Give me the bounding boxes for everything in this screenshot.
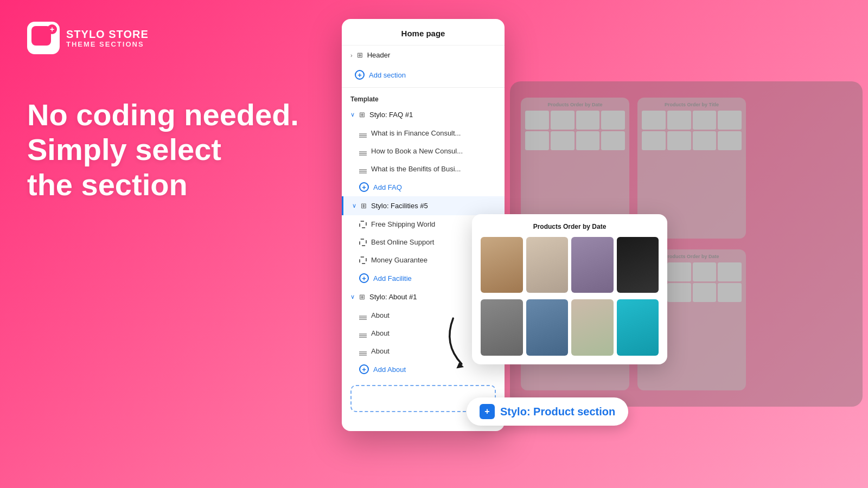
- header-item[interactable]: › ⊞ Header: [342, 46, 505, 65]
- product-thumb-6: [526, 299, 569, 355]
- about-item-1-label: About: [371, 311, 390, 319]
- add-facilitie-label: Add Facilitie: [373, 274, 412, 282]
- logo-text: STYLO STORE THEME SECTIONS: [66, 28, 149, 48]
- product-thumb-1: [481, 237, 523, 293]
- panel-title: Home page: [401, 29, 445, 38]
- product-thumb-2: [526, 237, 569, 293]
- logo-main-text: STYLO STORE: [66, 28, 149, 40]
- logo-area: + STYLO STORE THEME SECTIONS: [27, 22, 149, 54]
- faq-item-1[interactable]: What is in Finance Consult...: [342, 124, 505, 142]
- about-lines-icon-3: [359, 349, 367, 354]
- facilities-item-1-label: Free Shipping World: [371, 220, 435, 228]
- lines-icon-3: [359, 166, 367, 172]
- lines-icon-1: [359, 131, 367, 136]
- faq-item-2[interactable]: How to Book a New Consul...: [342, 142, 505, 160]
- add-faq-plus-icon: +: [359, 182, 369, 192]
- about-chevron-icon: ∨: [350, 293, 355, 300]
- facilities-item-2-label: Best Online Support: [371, 238, 434, 246]
- lines-icon-2: [359, 149, 367, 154]
- dashed-icon-3: [359, 256, 367, 264]
- headline-line1: No coding needed.: [27, 98, 299, 132]
- template-label: Template: [342, 90, 505, 105]
- faq-item-3[interactable]: What is the Benifits of Busi...: [342, 160, 505, 178]
- facilities-section-label: Stylo: Facilities #5: [371, 202, 428, 210]
- add-faq-label: Add FAQ: [373, 183, 402, 191]
- logo-sub-text: THEME SECTIONS: [66, 40, 149, 48]
- about-lines-icon-1: [359, 313, 367, 318]
- header-label: Header: [367, 51, 391, 59]
- about-lines-icon-2: [359, 331, 367, 336]
- faq-section-header[interactable]: ∨ ⊞ Stylo: FAQ #1: [342, 105, 505, 124]
- product-card-title: Products Order by Date: [481, 223, 659, 230]
- product-thumb-5: [481, 299, 523, 355]
- badge-plus-icon: +: [480, 404, 495, 419]
- product-thumb-3: [571, 237, 614, 293]
- add-about-label: Add About: [373, 365, 406, 374]
- faq-chevron-icon: ∨: [350, 111, 355, 118]
- faq-item-2-label: How to Book a New Consul...: [371, 147, 463, 155]
- product-thumb-4: [617, 237, 659, 293]
- facilities-grid-icon: ⊞: [361, 202, 367, 210]
- add-section-label: Add section: [369, 71, 406, 79]
- faq-item-1-label: What is in Finance Consult...: [371, 129, 461, 137]
- about-grid-icon: ⊞: [359, 293, 365, 301]
- facilities-section-header[interactable]: ∨ ⊞ Stylo: Facilities #5: [342, 196, 505, 215]
- dashed-icon-2: [359, 239, 367, 246]
- panel-header: Home page: [342, 19, 505, 46]
- grid-icon: ⊞: [357, 51, 363, 59]
- product-thumb-7: [571, 299, 614, 355]
- about-item-2-label: About: [371, 329, 390, 337]
- badge-text: Stylo: Product section: [500, 406, 615, 418]
- add-facilitie-plus-icon: +: [359, 273, 369, 283]
- divider-1: [342, 87, 505, 88]
- about-item-3-label: About: [371, 347, 390, 355]
- add-section-button[interactable]: + Add section: [342, 65, 505, 85]
- dashed-icon-1: [359, 221, 367, 228]
- header-chevron-icon: ›: [350, 52, 353, 59]
- faq-item-3-label: What is the Benifits of Busi...: [371, 165, 461, 173]
- product-card-popup: Products Order by Date: [472, 214, 667, 364]
- about-section-label: Stylo: About #1: [369, 293, 417, 301]
- add-faq-button[interactable]: + Add FAQ: [342, 178, 505, 196]
- product-grid-row2: [481, 299, 659, 355]
- add-section-plus-icon: +: [355, 70, 365, 80]
- logo-icon: +: [27, 22, 60, 54]
- add-about-plus-icon: +: [359, 364, 369, 374]
- headline: No coding needed. Simply select the sect…: [27, 98, 299, 202]
- product-grid-row1: [481, 237, 659, 293]
- facilities-item-3-label: Money Guarantee: [371, 256, 427, 264]
- faq-section-label: Stylo: FAQ #1: [369, 111, 413, 119]
- logo-plus-icon: +: [47, 24, 57, 34]
- facilities-chevron-icon: ∨: [352, 202, 356, 209]
- headline-line2: Simply select: [27, 132, 221, 166]
- product-thumb-8: [617, 299, 659, 355]
- arrow-svg: [434, 311, 486, 372]
- headline-line3: the section: [27, 168, 188, 202]
- product-section-badge[interactable]: + Stylo: Product section: [467, 397, 628, 426]
- headline-text: No coding needed. Simply select the sect…: [27, 98, 299, 202]
- faq-grid-icon: ⊞: [359, 111, 365, 119]
